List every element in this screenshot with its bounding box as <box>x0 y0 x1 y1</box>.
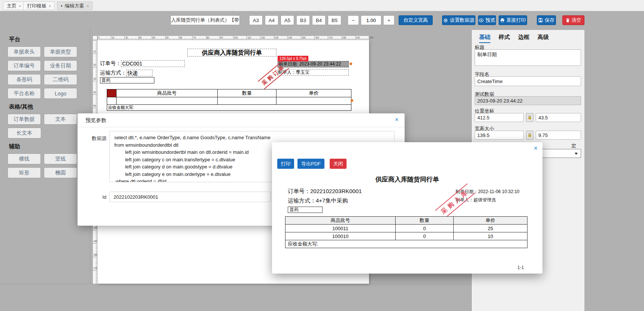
position-x-input[interactable] <box>475 113 524 122</box>
table-cell: 0 <box>396 225 454 232</box>
print-button[interactable]: 打印 <box>277 159 294 169</box>
page-number: 1-1 <box>517 265 524 270</box>
component-h-line[interactable]: 横线 <box>7 153 41 164</box>
table-cell[interactable] <box>218 97 276 105</box>
table-marker-cell[interactable] <box>107 89 117 97</box>
close-preview-button[interactable]: 关闭 <box>330 159 347 169</box>
component-business-date[interactable]: 业务日期 <box>44 60 77 71</box>
design-create-date-element[interactable]: 制单日期: 2023-09-20 23:44:22 <box>278 61 349 67</box>
component-ellipse[interactable]: 椭圆 <box>44 167 77 178</box>
id-label: Id <box>85 194 106 200</box>
tab-basic[interactable]: 基础 <box>479 34 490 43</box>
set-datasource-button[interactable]: 设置数据源 <box>442 15 475 25</box>
component-doc-header[interactable]: 单据表头 <box>7 46 41 57</box>
component-v-line[interactable]: 竖线 <box>44 153 77 164</box>
selection-handle[interactable] <box>350 62 352 65</box>
preview-transport: 运输方式：4+7集中采购 <box>288 197 348 204</box>
tab-style[interactable]: 样式 <box>499 34 510 43</box>
tab-border[interactable]: 边框 <box>518 34 529 43</box>
design-transport-element[interactable]: 运输方式： 快递 <box>100 69 152 76</box>
table-cell[interactable] <box>117 97 218 105</box>
preview-doc-title: 供应商入库随货同行单 <box>272 175 542 184</box>
transport-label: 运输方式： <box>100 70 126 76</box>
lock-icon[interactable] <box>526 131 533 140</box>
eye-icon <box>479 18 484 22</box>
position-y-input[interactable] <box>536 113 581 122</box>
close-icon[interactable]: × <box>533 145 538 152</box>
paper-size-a4-button[interactable]: A4 <box>265 15 278 25</box>
ruler-corner <box>93 36 97 40</box>
clear-button[interactable]: 清空 <box>562 15 584 25</box>
section-title-table-other: 表格/其他 <box>9 103 77 110</box>
toolbar: 入库随货同行单（列表式）【带 A3 A4 A5 B3 B4 B5 − + 自定义… <box>0 12 644 28</box>
table-header-price[interactable]: 单价 <box>276 89 351 97</box>
table-cell[interactable] <box>107 97 117 105</box>
table-header-batch[interactable]: 商品批号 <box>117 89 218 97</box>
height-input[interactable] <box>536 131 581 140</box>
field-name-input[interactable] <box>475 76 581 86</box>
component-qrcode[interactable]: 二维码 <box>44 74 77 85</box>
paper-size-b4-button[interactable]: B4 <box>312 15 326 25</box>
design-title-element[interactable]: 供应商入库随货同行单 <box>187 49 276 57</box>
close-icon[interactable]: × <box>19 4 21 8</box>
design-drug-type-element[interactable]: 普药 <box>100 77 154 83</box>
tab-print-template[interactable]: 打印模板 × <box>23 1 55 10</box>
preview-header-qty: 数量 <box>396 217 454 225</box>
close-icon[interactable]: × <box>395 116 399 123</box>
selection-handle[interactable] <box>351 99 353 102</box>
tab-print-template-label: 打印模板 <box>27 3 46 9</box>
transport-value[interactable]: 快递 <box>126 70 152 76</box>
design-creator-element[interactable]: 制单人：季玉宝 <box>278 69 349 76</box>
export-pdf-button[interactable]: 导出PDF <box>297 159 324 169</box>
width-input[interactable] <box>475 131 524 140</box>
print-preview-dialog: × 打印 导出PDF 关闭 供应商入库随货同行单 订单号：2022102203R… <box>272 142 542 274</box>
component-rect[interactable]: 矩形 <box>7 167 41 178</box>
table-cell[interactable] <box>276 97 351 105</box>
custom-size-button[interactable]: 自定义宽高 <box>399 15 433 25</box>
order-no-value[interactable]: CDC001 <box>121 60 185 67</box>
datasource-label: 数据源 <box>85 135 106 142</box>
design-table-element[interactable]: 商品批号 数量 单价 应收金额大写: <box>107 89 351 111</box>
table-header-qty[interactable]: 数量 <box>218 89 276 97</box>
set-datasource-label: 设置数据源 <box>450 17 474 24</box>
tab-advanced[interactable]: 高级 <box>538 34 549 43</box>
component-barcode[interactable]: 条形码 <box>7 74 41 85</box>
component-sidebar: 平台 单据表头 单据类型 订单编号 业务日期 条形码 二维码 平台名称 Logo… <box>7 36 77 181</box>
save-button[interactable]: 保存 <box>537 15 556 25</box>
order-no-label: 订单号： <box>100 60 121 67</box>
component-platform-name[interactable]: 平台名称 <box>7 88 41 99</box>
paper-size-b3-button[interactable]: B3 <box>296 15 310 25</box>
paper-size-a3-button[interactable]: A3 <box>249 15 263 25</box>
component-doc-type[interactable]: 单据类型 <box>44 46 77 57</box>
direct-print-button[interactable]: 直接打印 <box>499 15 527 25</box>
tab-edit-scheme[interactable]: ● 编辑方案 × <box>57 1 93 10</box>
zoom-in-button[interactable]: + <box>383 15 394 25</box>
test-data-input[interactable] <box>475 96 581 105</box>
preview-drug-type: 普药 <box>288 207 323 213</box>
table-footer: 应收金额大写: <box>107 105 351 111</box>
title-input[interactable]: 制单日期 <box>475 49 581 66</box>
component-text[interactable]: 文本 <box>44 114 77 125</box>
save-label: 保存 <box>545 17 554 24</box>
component-order-data[interactable]: 订单数据 <box>7 114 41 125</box>
lock-icon[interactable] <box>526 113 533 122</box>
zoom-out-button[interactable]: − <box>348 15 359 25</box>
paper-size-a5-button[interactable]: A5 <box>281 15 294 25</box>
table-cell: 10 <box>454 232 527 240</box>
preview-button[interactable]: 预览 <box>478 15 496 25</box>
paper-size-b5-button[interactable]: B5 <box>328 15 341 25</box>
clear-label: 清空 <box>572 17 581 24</box>
zoom-value-input[interactable] <box>361 15 381 25</box>
id-input[interactable] <box>109 192 271 202</box>
template-name-box[interactable]: 入库随货同行单（列表式）【带 <box>170 15 240 25</box>
close-icon[interactable]: × <box>87 4 89 8</box>
design-order-no-element[interactable]: 订单号： CDC001 <box>100 60 185 67</box>
table-cell: 100010 <box>285 232 396 240</box>
tab-bar: 主页 × 打印模板 × ● 编辑方案 × <box>0 0 644 11</box>
component-long-text[interactable]: 长文本 <box>7 128 41 138</box>
component-logo[interactable]: Logo <box>44 88 77 99</box>
close-icon[interactable]: × <box>49 4 51 8</box>
table-cell: 25 <box>454 225 527 232</box>
tab-home[interactable]: 主页 × <box>3 1 25 10</box>
component-order-no[interactable]: 订单编号 <box>7 60 41 71</box>
